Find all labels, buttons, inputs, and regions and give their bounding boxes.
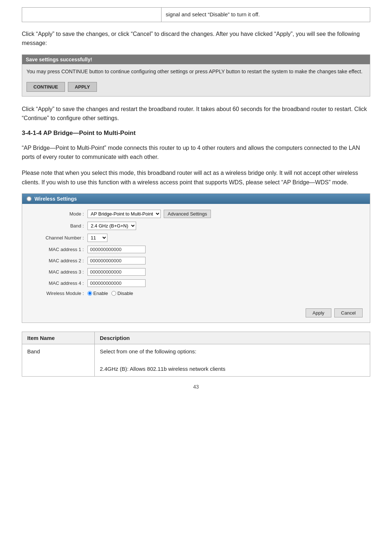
desc-col2-header: Description: [95, 332, 370, 344]
mac4-value: [87, 279, 146, 287]
channel-row: Channel Number : 1 2 3 4 5 6 7 8 9 10 11: [29, 234, 363, 242]
band-label: Band :: [29, 223, 87, 229]
intro-paragraph-1: Click “Apply” to save the changes, or cl…: [22, 29, 370, 48]
mac4-row: MAC address 4 :: [29, 279, 363, 287]
notification-header: Save settings successfully!: [22, 55, 370, 64]
page-number: 43: [22, 384, 370, 390]
disable-radio[interactable]: [111, 291, 116, 296]
top-table-cell1: [22, 8, 162, 22]
section-heading: 3-4-1-4 AP Bridge—Point to Multi-Point: [22, 130, 370, 137]
desc-col1-header: Item Name: [22, 332, 95, 344]
continue-button[interactable]: CONTINUE: [26, 82, 65, 92]
enable-radio-text: Enable: [93, 291, 108, 296]
section-paragraph-1: “AP Bridge—Point to Multi-Point” mode co…: [22, 143, 370, 162]
wireless-module-value: Enable Disable: [87, 291, 133, 296]
mac2-row: MAC address 2 :: [29, 257, 363, 264]
panel-header-icon: [26, 196, 32, 201]
channel-select[interactable]: 1 2 3 4 5 6 7 8 9 10 11 12 13: [87, 234, 107, 242]
wireless-panel-body: Mode : AP Bridge-Point to Multi-Point AP…: [22, 204, 370, 305]
notification-body: You may press CONTINUE button to continu…: [22, 64, 370, 79]
mac3-value: [87, 268, 146, 276]
wireless-module-row: Wireless Module : Enable Disable: [29, 291, 363, 296]
mac4-input[interactable]: [87, 279, 146, 287]
cancel-button[interactable]: Cancel: [334, 308, 363, 317]
disable-radio-text: Disable: [117, 291, 133, 296]
mac2-value: [87, 257, 146, 264]
mode-label: Mode :: [29, 211, 87, 217]
top-table-cell2: signal and select “Disable” to turn it o…: [161, 8, 370, 22]
table-row: BandSelect from one of the following opt…: [22, 344, 370, 377]
mac1-value: [87, 246, 146, 253]
mac1-row: MAC address 1 :: [29, 246, 363, 253]
disable-radio-label[interactable]: Disable: [111, 291, 133, 296]
panel-header-title: Wireless Settings: [34, 196, 77, 202]
mac2-input[interactable]: [87, 257, 146, 264]
notification-buttons: CONTINUE APPLY: [22, 79, 370, 96]
advanced-settings-button[interactable]: Advanced Settings: [164, 210, 211, 218]
description-table: Item Name Description BandSelect from on…: [22, 332, 370, 377]
band-value: 2.4 GHz (B+G+N) 2.4 GHz (B) 2.4 GHz (G) …: [87, 222, 136, 230]
wireless-module-label: Wireless Module :: [29, 291, 87, 296]
wireless-settings-panel: Wireless Settings Mode : AP Bridge-Point…: [22, 193, 370, 323]
channel-value: 1 2 3 4 5 6 7 8 9 10 11 12 13: [87, 234, 107, 242]
mode-value: AP Bridge-Point to Multi-Point AP Bridge…: [87, 210, 211, 218]
channel-label: Channel Number :: [29, 235, 87, 241]
table-cell-name: Band: [22, 344, 95, 377]
notification-box: Save settings successfully! You may pres…: [22, 54, 370, 97]
mac1-input[interactable]: [87, 246, 146, 253]
mode-row: Mode : AP Bridge-Point to Multi-Point AP…: [29, 210, 363, 218]
table-cell-description: Select from one of the following options…: [95, 344, 370, 377]
mode-select[interactable]: AP Bridge-Point to Multi-Point AP Bridge…: [87, 210, 161, 218]
mac4-label: MAC address 4 :: [29, 280, 87, 286]
wireless-panel-header: Wireless Settings: [22, 194, 370, 204]
panel-buttons: Apply Cancel: [22, 305, 370, 323]
apply-button[interactable]: Apply: [306, 308, 331, 317]
enable-radio[interactable]: [87, 291, 92, 296]
band-row: Band : 2.4 GHz (B+G+N) 2.4 GHz (B) 2.4 G…: [29, 222, 363, 230]
mac1-label: MAC address 1 :: [29, 247, 87, 252]
mac3-row: MAC address 3 :: [29, 268, 363, 276]
apply-small-button[interactable]: APPLY: [68, 82, 97, 92]
mac3-label: MAC address 3 :: [29, 269, 87, 275]
section-paragraph-2: Please note that when you select this mo…: [22, 168, 370, 187]
top-info-table: signal and select “Disable” to turn it o…: [22, 7, 370, 22]
wireless-module-radio-group: Enable Disable: [87, 291, 133, 296]
mac3-input[interactable]: [87, 268, 146, 276]
intro-paragraph-2: Click “Apply” to save the changes and re…: [22, 104, 370, 123]
mac2-label: MAC address 2 :: [29, 258, 87, 263]
enable-radio-label[interactable]: Enable: [87, 291, 108, 296]
band-select[interactable]: 2.4 GHz (B+G+N) 2.4 GHz (B) 2.4 GHz (G) …: [87, 222, 136, 230]
